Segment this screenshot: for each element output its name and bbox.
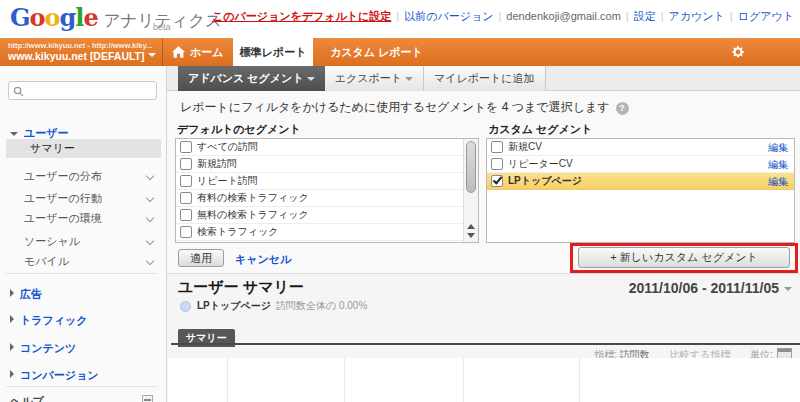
previous-version-link[interactable]: 以前のバージョン	[404, 10, 493, 22]
search-input[interactable]	[27, 83, 155, 100]
edit-segment-link[interactable]: 編集	[768, 158, 788, 172]
checkbox-icon[interactable]	[180, 158, 192, 170]
gear-icon[interactable]	[731, 45, 745, 63]
sidebar-item-label: ソーシャル	[24, 235, 80, 247]
segment-row-partial[interactable]	[176, 241, 478, 243]
apply-button[interactable]: 適用	[178, 249, 224, 267]
primary-nav-bar: http://www.kikyuu.net - http://www.kiky.…	[0, 38, 800, 66]
segment-row[interactable]: リピート訪問	[176, 173, 478, 190]
divider: |	[730, 10, 733, 22]
sidebar-item-demographics[interactable]: ユーザーの分布	[0, 166, 167, 186]
segment-row-selected[interactable]: LPトップページ編集	[487, 173, 794, 190]
chevron-down-icon	[146, 194, 154, 202]
account-link[interactable]: アカウント	[669, 10, 725, 22]
sidebar-item-behavior[interactable]: ユーザーの行動	[0, 188, 167, 208]
custom-segments-list: 新規CV編集 リピーターCV編集 LPトップページ編集	[486, 138, 795, 243]
segment-row[interactable]: 検索トラフィック	[176, 224, 468, 241]
default-segments-list: すべての訪問 新規訪問 リピート訪問 有料の検索トラフィック 無料の検索トラフィ…	[175, 138, 479, 243]
date-range-selector[interactable]: 2011/10/06 - 2011/11/05	[629, 280, 792, 296]
sidebar-item-social[interactable]: ソーシャル	[0, 231, 167, 251]
default-segments-header: デフォルトのセグメント	[177, 122, 301, 137]
app-header: Googleアナリティクス beta このバージョンをデフォルトに設定|以前のバ…	[0, 0, 800, 38]
active-segment-name: LPトップページ	[197, 299, 271, 313]
sidebar-item-label: ユーザーの行動	[24, 192, 102, 204]
nav-home[interactable]: ホーム	[172, 38, 224, 66]
scroll-down-icon[interactable]	[467, 233, 475, 238]
sidebar-group-content[interactable]: コンテンツ	[10, 341, 76, 356]
divider	[6, 273, 158, 274]
checkbox-icon[interactable]	[180, 141, 192, 153]
segments-instruction: レポートにフィルタをかけるために使用するセグメントを 4 つまで選択します?	[180, 99, 629, 116]
nav-custom-reports[interactable]: カスタム レポート	[318, 38, 435, 66]
segment-label: LPトップページ	[508, 174, 582, 188]
segment-label: 新規訪問	[197, 157, 237, 171]
checkbox-icon[interactable]	[491, 141, 503, 153]
beta-label: beta	[153, 22, 171, 32]
triangle-collapsed-icon	[10, 343, 14, 351]
help-icon[interactable]: ?	[616, 102, 629, 115]
segment-row[interactable]: 無料の検索トラフィック	[176, 207, 478, 224]
cancel-link[interactable]: キャンセル	[235, 252, 291, 267]
divider	[171, 343, 800, 345]
checkbox-checked-icon[interactable]	[491, 175, 503, 187]
segment-row[interactable]: 有料の検索トラフィック	[176, 190, 478, 207]
sidebar-item-mobile[interactable]: モバイル	[0, 251, 167, 271]
checkbox-icon[interactable]	[180, 209, 192, 221]
gridline	[579, 358, 580, 402]
checkbox-icon[interactable]	[491, 158, 503, 170]
sidebar-group-advertising[interactable]: 広告	[10, 287, 42, 302]
segment-row[interactable]: リピーターCV編集	[487, 156, 794, 173]
logo-letter: o	[45, 3, 60, 32]
gridline	[227, 358, 228, 402]
divider: |	[661, 10, 664, 22]
instruction-text: レポートにフィルタをかけるために使用するセグメントを 4 つまで選択します	[180, 100, 610, 114]
tab-advanced-segments[interactable]: アドバンス セグメント	[178, 66, 325, 91]
checkbox-icon[interactable]	[180, 226, 192, 238]
main-content: アドバンス セグメント エクスポート マイレポートに追加 レポートにフィルタをか…	[167, 66, 800, 402]
tab-label: マイレポートに追加	[434, 72, 535, 84]
caret-down-icon	[307, 77, 315, 81]
edit-segment-link[interactable]: 編集	[768, 175, 788, 189]
triangle-collapsed-icon	[10, 289, 14, 297]
home-icon	[172, 46, 185, 58]
sidebar-group-conversions[interactable]: コンバージョン	[10, 368, 99, 383]
checkbox-icon[interactable]	[180, 175, 192, 187]
sidebar-help-label: ヘルプ	[10, 395, 44, 402]
segment-row[interactable]: 新規CV編集	[487, 139, 794, 156]
collapse-minus-icon[interactable]	[142, 395, 153, 402]
logout-link[interactable]: ログアウト	[738, 10, 794, 22]
checkbox-icon[interactable]	[180, 192, 192, 204]
scroll-up-icon[interactable]	[467, 224, 475, 229]
logo-letter: o	[30, 3, 45, 32]
new-custom-segment-button[interactable]: + 新しいカスタム セグメント	[578, 247, 790, 268]
active-segment-line: LPトップページ 訪問数全体の 0.00%	[180, 299, 367, 313]
settings-link[interactable]: 設定	[634, 10, 656, 22]
caret-down-icon	[784, 287, 792, 291]
segment-dot-icon	[180, 301, 191, 312]
divider: |	[498, 10, 501, 22]
tab-add-to-dashboard[interactable]: マイレポートに追加	[424, 66, 546, 91]
edit-segment-link[interactable]: 編集	[768, 141, 788, 155]
sidebar-item-technology[interactable]: ユーザーの環境	[0, 208, 167, 228]
segment-label: すべての訪問	[197, 140, 258, 154]
tab-label: エクスポート	[335, 72, 402, 84]
sidebar-group-traffic[interactable]: トラフィック	[10, 313, 88, 328]
user-email: dendenkoji@gmail.com	[506, 10, 621, 22]
scrollbar-thumb[interactable]	[466, 141, 476, 193]
caret-down-icon	[148, 53, 156, 57]
scrollbar[interactable]	[463, 139, 478, 242]
sidebar-help[interactable]: ヘルプ	[10, 394, 157, 402]
custom-segments-header: カスタム セグメント	[488, 122, 592, 137]
set-default-version-link[interactable]: このバージョンをデフォルトに設定	[212, 10, 391, 22]
tab-label: アドバンス セグメント	[188, 72, 304, 84]
tab-export[interactable]: エクスポート	[325, 66, 424, 91]
divider: |	[396, 10, 399, 22]
sidebar-item-label: ユーザーの分布	[24, 170, 102, 182]
account-selector[interactable]: http://www.kikyuu.net - http://www.kiky.…	[0, 38, 163, 66]
gridline	[344, 358, 345, 402]
segment-row[interactable]: 新規訪問	[176, 156, 478, 173]
sidebar-item-summary[interactable]: サマリー	[6, 139, 161, 158]
triangle-expanded-icon	[10, 132, 18, 136]
nav-standard-reports-active[interactable]: 標準レポート	[233, 38, 313, 66]
segment-row[interactable]: すべての訪問	[176, 139, 478, 156]
